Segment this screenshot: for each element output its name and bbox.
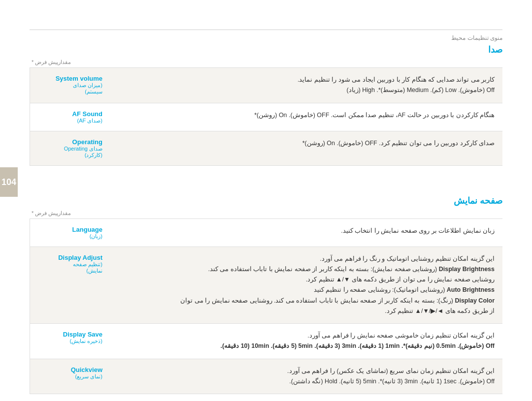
table-row: System volume (میزان صدایسیستم) کاربر می… bbox=[30, 67, 502, 103]
display-adjust-label-fa: (تنظیم صفحهنمایش) bbox=[36, 261, 102, 274]
display-save-options: Off (خاموش). 0.5min (نیم دقیقه)*. 1min (… bbox=[221, 342, 495, 349]
quickview-content: این گزینه امکان تنظیم زمان نمای سریع (تم… bbox=[108, 359, 502, 394]
table-row: AF Sound (صدای AF) هنگام کارکردن با دورب… bbox=[30, 103, 502, 131]
system-volume-content: کاربر می تواند صدایی که هنگام کار با دور… bbox=[108, 68, 502, 103]
row-right-operating: Operating صدای Operating(کارکرد) bbox=[30, 131, 108, 165]
af-sound-label-fa: (صدای AF) bbox=[36, 118, 102, 124]
row-right-af-sound: AF Sound (صدای AF) bbox=[30, 103, 108, 131]
language-label-fa: (زبان) bbox=[36, 233, 102, 240]
top-header: منوی تنظیمات محیط bbox=[30, 30, 502, 42]
row-right-display-save: Display Save (ذخیره نمایش) bbox=[30, 324, 108, 359]
sound-section: صدا * مقدارپیش فرض System volume (میزان … bbox=[30, 44, 502, 166]
display-default-label: * مقدارپیش فرض bbox=[30, 210, 502, 216]
main-content: صدا * مقدارپیش فرض System volume (میزان … bbox=[30, 44, 502, 391]
operating-content: صدای کارکرد دوربین را می توان تنظیم کرد.… bbox=[108, 131, 502, 165]
quickview-label-en: Quickview bbox=[36, 366, 102, 373]
display-save-content: این گزینه امکان تنظیم زمان خاموشی صفحه ن… bbox=[108, 324, 502, 359]
display-adjust-label-en: Display Adjust bbox=[36, 254, 102, 261]
page-number-tab: 104 bbox=[0, 167, 18, 197]
display-save-label-fa: (ذخیره نمایش) bbox=[36, 338, 102, 344]
page-number: 104 bbox=[1, 177, 16, 187]
af-sound-label-en: AF Sound bbox=[36, 110, 102, 118]
display-adjust-content: این گزینه امکان تنظیم روشنایی اتوماتیک و… bbox=[108, 247, 502, 324]
table-row: Operating صدای Operating(کارکرد) صدای کا… bbox=[30, 131, 502, 166]
display-brightness-bold: Display Brightness bbox=[439, 266, 495, 273]
sound-default-label: * مقدارپیش فرض bbox=[30, 59, 502, 65]
table-row: Display Save (ذخیره نمایش) این گزینه امک… bbox=[30, 323, 502, 359]
row-right-system-volume: System volume (میزان صدایسیستم) bbox=[30, 68, 108, 103]
display-save-label-en: Display Save bbox=[36, 331, 102, 338]
table-row: Quickview (نمای سریع) این گزینه امکان تن… bbox=[30, 359, 502, 395]
display-section: صفحه نمایش * مقدارپیش فرض Language (زبان… bbox=[30, 195, 502, 395]
section-divider bbox=[30, 181, 502, 195]
language-label-en: Language bbox=[36, 226, 102, 233]
language-content: زبان نمایش اطلاعات بر روی صفحه نمایش را … bbox=[108, 219, 502, 247]
sound-section-title: صدا bbox=[30, 44, 502, 55]
row-right-quickview: Quickview (نمای سریع) bbox=[30, 359, 108, 394]
display-section-title: صفحه نمایش bbox=[30, 195, 502, 206]
operating-label-en: Operating bbox=[36, 138, 102, 146]
auto-brightness-bold: Auto Brightness bbox=[447, 286, 495, 293]
row-right-display-adjust: Display Adjust (تنظیم صفحهنمایش) bbox=[30, 247, 108, 324]
operating-label-fa: صدای Operating(کارکرد) bbox=[36, 146, 102, 158]
af-sound-content: هنگام کارکردن با دوربین در حالت AF، تنظی… bbox=[108, 103, 502, 131]
header-text: منوی تنظیمات محیط bbox=[451, 34, 502, 41]
row-right-language: Language (زبان) bbox=[30, 219, 108, 247]
system-volume-label-fa: (میزان صدایسیستم) bbox=[36, 82, 102, 95]
table-row: Language (زبان) زبان نمایش اطلاعات بر رو… bbox=[30, 218, 502, 247]
table-row: Display Adjust (تنظیم صفحهنمایش) این گزی… bbox=[30, 247, 502, 324]
display-color-bold: Display Color bbox=[455, 297, 495, 304]
system-volume-label-en: System volume bbox=[36, 75, 102, 82]
quickview-label-fa: (نمای سریع) bbox=[36, 373, 102, 380]
